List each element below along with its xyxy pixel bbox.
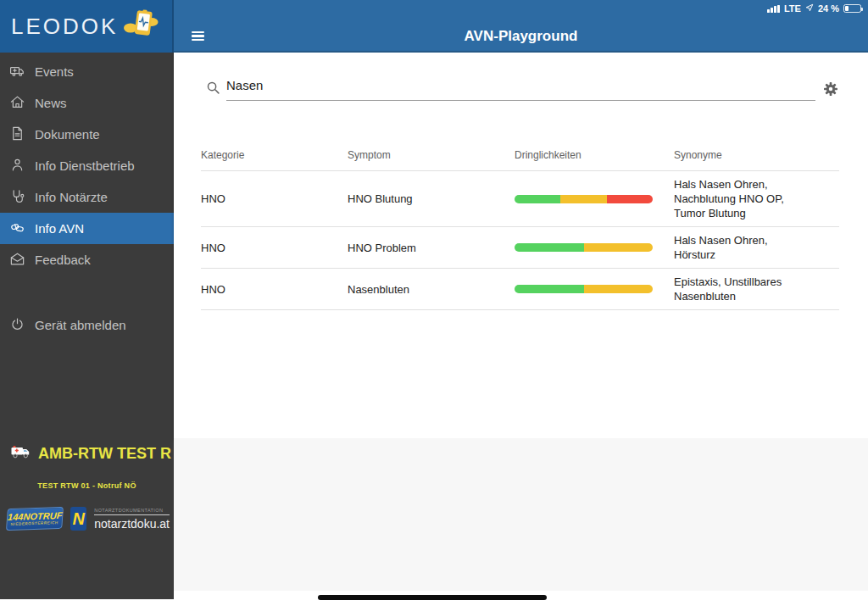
table-row[interactable]: HNO Nasenbluten Epistaxis, Unstillbares … [201, 269, 839, 310]
device-subtitle: TEST RTW 01 - Notruf NÖ [0, 481, 174, 490]
cell-symptom: Nasenbluten [348, 283, 515, 296]
table-row[interactable]: HNO HNO Blutung Hals Nasen Ohren, Nachbl… [201, 171, 839, 227]
signal-bars-icon [767, 5, 780, 13]
cell-symptom: HNO Problem [348, 242, 515, 254]
cell-symptom: HNO Blutung [348, 192, 515, 205]
device-name: AMB-RTW TEST R [0, 442, 174, 465]
notarztdoku-n-logo: N [70, 507, 86, 531]
cell-kategorie: HNO [201, 192, 348, 205]
content-background [174, 438, 868, 591]
sidebar-nav: Events News Dokumente [0, 53, 174, 341]
content-card: Kategorie Symptom Dringlichkeiten Synony… [174, 53, 868, 438]
symptom-table: Kategorie Symptom Dringlichkeiten Synony… [201, 144, 839, 310]
sidebar-item-label: Events [35, 64, 74, 79]
sidebar-item-label: Dokumente [35, 127, 100, 142]
notruf-144-logo: 144NOTRUF NIEDERÖSTERREICH [6, 507, 64, 531]
status-bar: LTE 24 % [767, 3, 861, 14]
stethoscope-icon [9, 188, 25, 207]
sidebar-item-dokumente[interactable]: Dokumente [0, 119, 174, 150]
sidebar-item-info-notaerzte[interactable]: Info Notärzte [0, 181, 174, 213]
cell-kategorie: HNO [201, 242, 348, 254]
table-header-row: Kategorie Symptom Dringlichkeiten Synony… [201, 144, 839, 171]
sidebar-item-info-avn[interactable]: Info AVN [0, 213, 174, 244]
battery-percent-label: 24 % [818, 3, 839, 14]
sidebar-item-label: Info Dienstbetrieb [35, 158, 135, 173]
notruf-144-logo-subtext: NIEDERÖSTERREICH [10, 520, 58, 527]
sidebar-item-label: Info AVN [35, 221, 84, 236]
sidebar-item-feedback[interactable]: Feedback [0, 244, 174, 275]
search-icon [206, 81, 220, 98]
ambulance-emoji-icon [11, 445, 31, 463]
sidebar-item-news[interactable]: News [0, 87, 174, 119]
notarztdoku-label: NOTARZTDOKUMENTATION [94, 508, 170, 515]
page-title: AVN-Playground [174, 28, 868, 45]
cell-synonyme: Hals Nasen Ohren, Nachblutung HNO OP, Tu… [674, 174, 839, 224]
cell-synonyme: Hals Nasen Ohren, Hörsturz [674, 230, 839, 265]
network-type-label: LTE [784, 3, 801, 14]
column-header-dringlichkeiten: Dringlichkeiten [515, 149, 674, 161]
urgency-bar [515, 195, 653, 203]
sidebar-item-label: Info Notärzte [35, 190, 108, 204]
gear-icon[interactable] [822, 81, 839, 101]
urgency-bar [515, 243, 653, 252]
ambulance-icon [9, 63, 25, 81]
notarztdoku-site: notarztdoku.at [94, 517, 170, 531]
device-name-label: AMB-RTW TEST R [38, 445, 171, 463]
document-icon [9, 125, 25, 144]
column-header-synonyme: Synonyme [674, 149, 839, 161]
topbar: AVN-Playground LTE 24 % [174, 0, 868, 53]
sidebar-item-label: News [35, 96, 67, 110]
logout-device-label: Gerät abmelden [35, 318, 126, 332]
table-row[interactable]: HNO HNO Problem Hals Nasen Ohren, Hörstu… [201, 227, 839, 269]
urgency-bar [515, 285, 653, 293]
home-indicator[interactable] [318, 595, 547, 600]
column-header-symptom: Symptom [348, 149, 515, 161]
power-icon [9, 316, 25, 335]
sidebar-item-label: Feedback [35, 253, 91, 267]
sidebar-item-events[interactable]: Events [0, 56, 174, 87]
battery-low-icon [843, 4, 861, 14]
logout-device-button[interactable]: Gerät abmelden [0, 309, 174, 341]
app-logo: LEODOK [0, 0, 174, 53]
sidebar-item-info-dienstbetrieb[interactable]: Info Dienstbetrieb [0, 150, 174, 181]
sidebar: LEODOK [0, 0, 174, 599]
leodok-clipboard-icon [123, 8, 159, 45]
sidebar-footer-logos: 144NOTRUF NIEDERÖSTERREICH N NOTARZTDOKU… [7, 502, 170, 536]
main-area: AVN-Playground LTE 24 % [174, 0, 868, 606]
cell-synonyme: Epistaxis, Unstillbares Nasenbluten [674, 271, 839, 307]
notarztdoku-wordmark: NOTARZTDOKUMENTATION notarztdoku.at [94, 508, 170, 531]
person-icon [9, 157, 25, 175]
envelope-icon [9, 251, 25, 270]
cell-kategorie: HNO [201, 283, 348, 296]
pills-icon [9, 220, 25, 238]
location-arrow-icon [805, 3, 814, 14]
search-input[interactable] [226, 75, 815, 101]
app-logo-text: LEODOK [11, 14, 118, 40]
app-screen: LEODOK [0, 0, 868, 606]
home-icon [9, 94, 25, 113]
column-header-kategorie: Kategorie [201, 149, 348, 161]
